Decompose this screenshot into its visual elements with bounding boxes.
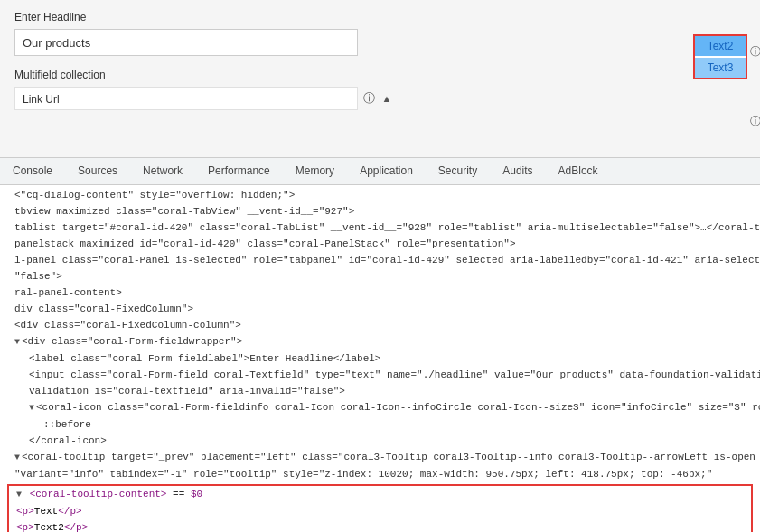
- code-line: "variant="info" tabindex="-1" role="tool…: [0, 466, 760, 482]
- tab-performance[interactable]: Performance: [195, 158, 283, 184]
- devtools-tabs: Console Sources Network Performance Memo…: [0, 158, 760, 185]
- code-line: validation is="coral-textfield" aria-inv…: [0, 383, 760, 399]
- highlighted-code-section: ▼ <coral-tooltip-content> == $0 <p>Text<…: [7, 484, 753, 532]
- link-url-label: Link Url: [14, 87, 358, 110]
- code-line: ▼<coral-tooltip target="_prev" placement…: [0, 449, 760, 466]
- tab-adblock[interactable]: AdBlock: [546, 158, 611, 184]
- highlighted-line-2: <p>Text</p>: [9, 503, 751, 519]
- code-line: tbview maximized class="coral-TabView" _…: [0, 203, 760, 219]
- tab-sources[interactable]: Sources: [65, 158, 130, 184]
- info-circle-icon[interactable]: ⓘ: [361, 91, 376, 106]
- multifield-label: Multifield collection: [14, 69, 636, 81]
- code-line: div class="coral-FixedColumn">: [0, 301, 760, 317]
- tab-network[interactable]: Network: [130, 158, 195, 184]
- tab-application[interactable]: Application: [347, 158, 426, 184]
- form-section: Enter Headline Multifield collection Lin…: [0, 0, 651, 121]
- tab-memory[interactable]: Memory: [283, 158, 347, 184]
- tooltip-popup: Text2 Text3: [693, 34, 747, 79]
- code-line: <"cq-dialog-content" style="overflow: hi…: [0, 187, 760, 203]
- code-line: ::before: [0, 416, 760, 433]
- info-button-2[interactable]: ⓘ: [747, 113, 760, 129]
- info-button-1[interactable]: ⓘ: [747, 43, 760, 60]
- devtools-content: <"cq-dialog-content" style="overflow: hi…: [0, 185, 760, 532]
- tab-security[interactable]: Security: [426, 158, 490, 184]
- code-line: l-panel class="coral-Panel is-selected" …: [0, 252, 760, 268]
- headline-label: Enter Headline: [14, 11, 636, 23]
- highlighted-line-3: <p>Text2</p>: [9, 519, 751, 532]
- tab-console[interactable]: Console: [0, 158, 65, 184]
- code-line: panelstack maximized id="coral-id-420" c…: [0, 236, 760, 252]
- code-line: </coral-icon>: [0, 433, 760, 449]
- code-line: "false">: [0, 268, 760, 285]
- highlighted-line-1: ▼ <coral-tooltip-content> == $0: [9, 486, 751, 503]
- code-line: <input class="coral-Form-field coral-Tex…: [0, 367, 760, 383]
- link-url-row: Link Url ⓘ ▲: [14, 87, 636, 110]
- headline-input[interactable]: [14, 29, 358, 56]
- code-line: ▼<coral-icon class="coral-Form-fieldinfo…: [0, 399, 760, 416]
- action-icon[interactable]: ▲: [380, 91, 394, 106]
- code-line: ▼<div class="coral-Form-fieldwrapper">: [0, 333, 760, 350]
- tab-audits[interactable]: Audits: [490, 158, 545, 184]
- code-line: <div class="coral-FixedColumn-column">: [0, 317, 760, 333]
- tooltip-text2: Text2: [695, 36, 746, 56]
- preview-area: Enter Headline Multifield collection Lin…: [0, 0, 760, 158]
- code-line: tablist target="#coral-id-420" class="co…: [0, 219, 760, 236]
- code-line: <label class="coral-Form-fieldlabel">Ent…: [0, 350, 760, 367]
- tooltip-text3: Text3: [695, 58, 746, 78]
- code-line: ral-panel-content>: [0, 285, 760, 301]
